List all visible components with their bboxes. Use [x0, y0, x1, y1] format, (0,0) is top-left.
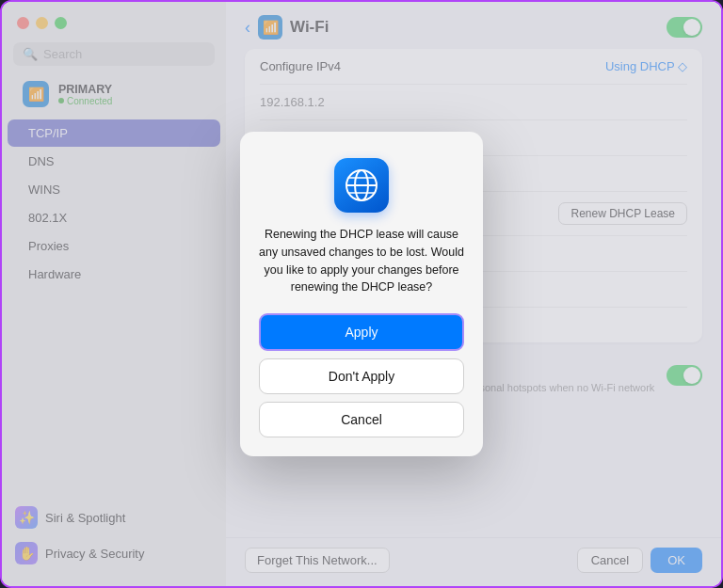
- dialog-cancel-button[interactable]: Cancel: [259, 402, 464, 437]
- window: 🔍 Search 📶 PRIMARY Connected TCP/IP DNS: [0, 0, 723, 588]
- dialog-overlay: Renewing the DHCP lease will cause any u…: [2, 2, 721, 586]
- apply-button[interactable]: Apply: [259, 313, 464, 351]
- dialog-icon: [334, 158, 389, 213]
- globe-icon: [345, 168, 378, 202]
- alert-dialog: Renewing the DHCP lease will cause any u…: [240, 132, 483, 456]
- dont-apply-button[interactable]: Don't Apply: [259, 358, 464, 394]
- dialog-message: Renewing the DHCP lease will cause any u…: [259, 226, 464, 296]
